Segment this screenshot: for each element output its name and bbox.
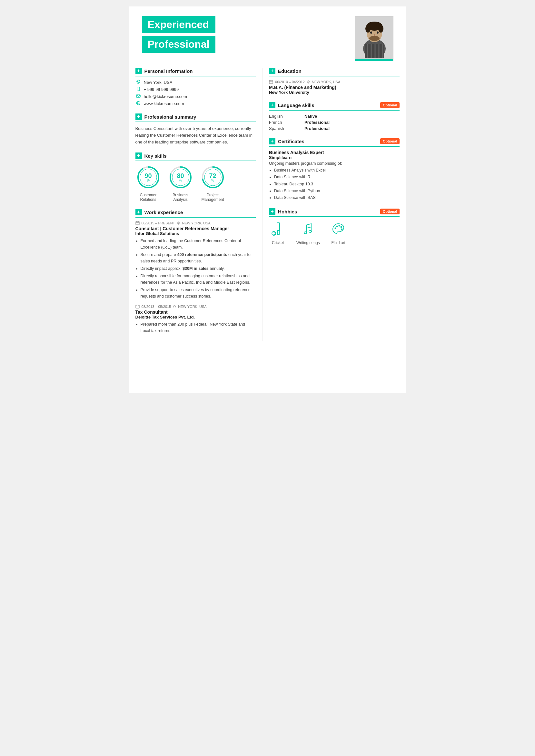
svg-point-18 <box>138 90 139 91</box>
location-icon <box>135 80 141 85</box>
left-column: + Personal Information New York, USA + 9… <box>135 68 263 341</box>
svg-point-54 <box>335 227 336 229</box>
work-company-2: Deloitte Tax Services Pvt. Ltd. <box>135 315 256 319</box>
svg-point-14 <box>377 32 379 34</box>
cert-bullet-4: Data Science with Python <box>274 188 400 194</box>
certificates-section: + Certificates Optional Business Analysi… <box>269 138 400 201</box>
svg-point-55 <box>336 225 338 227</box>
work-section: + Work experience 06/2015 – PRESENT NEW … <box>135 209 256 334</box>
hobby-cricket-label: Cricket <box>272 240 284 245</box>
work-bullet-1-2: Secure and prepare 400 reference partici… <box>141 252 256 264</box>
work-date-2: 08/2013 – 05/2015 <box>142 305 171 309</box>
skills-container: 90 % CustomerRelations <box>135 164 256 202</box>
work-title-2: Tax Consultant <box>135 310 256 315</box>
svg-point-57 <box>341 226 342 228</box>
education-section: + Education 06/2010 – 04/2012 NEW YORK, … <box>269 68 400 95</box>
edu-date-1: 06/2010 – 04/2012 <box>275 80 305 84</box>
lang-level-french: Professional <box>304 120 329 125</box>
svg-rect-47 <box>277 223 280 231</box>
summary-section-header: + Professional summary <box>135 114 256 122</box>
svg-point-15 <box>374 34 375 36</box>
svg-point-16 <box>137 81 139 83</box>
skill-item-customer: 90 % CustomerRelations <box>135 164 161 202</box>
hobbies-section-title: Hobbies <box>278 209 297 214</box>
work-title-1: Consultant | Customer References Manager <box>135 226 256 231</box>
skills-section-header: + Key skills <box>135 152 256 161</box>
summary-section-title: Professional summary <box>145 114 196 120</box>
education-section-header: + Education <box>269 68 400 76</box>
website-text: www.kickresume.com <box>144 101 184 106</box>
summary-text: Business Consultant with over 5 years of… <box>135 125 256 146</box>
resume-header: Experienced Professional <box>129 7 406 68</box>
svg-point-56 <box>339 225 340 226</box>
hobbies-optional-badge: Optional <box>380 208 400 214</box>
svg-point-53 <box>309 230 312 232</box>
cricket-icon <box>269 220 287 238</box>
work-location-1: NEW YORK, USA <box>182 221 210 225</box>
phone-text: + 999 99 999 9999 <box>144 87 179 92</box>
certificates-section-header: + Certificates Optional <box>269 138 400 147</box>
work-item-2: 08/2013 – 05/2015 NEW YORK, USA Tax Cons… <box>135 304 256 334</box>
language-section: + Language skills Optional English Nativ… <box>269 102 400 131</box>
work-location-2: NEW YORK, USA <box>178 305 206 309</box>
language-section-title: Language skills <box>278 102 314 108</box>
work-date-1: 06/2015 – PRESENT <box>142 221 175 225</box>
personal-section-title: Personal Information <box>145 68 193 74</box>
lang-name-english: English <box>269 114 295 119</box>
personal-plus-icon: + <box>135 68 142 74</box>
lang-row-spanish: Spanish Professional <box>269 126 400 131</box>
website-item: www.kickresume.com <box>135 101 256 106</box>
lang-row-french: French Professional <box>269 120 400 125</box>
language-optional-badge: Optional <box>380 102 400 108</box>
hobby-music: Writing songs <box>296 220 320 245</box>
work-bullet-2-1: Prepared more than 200 plus Federal, New… <box>141 321 256 334</box>
header-title-block: Experienced Professional <box>142 16 215 53</box>
lang-row-english: English Native <box>269 114 400 119</box>
work-meta-1: 06/2015 – PRESENT NEW YORK, USA <box>135 221 256 225</box>
svg-point-41 <box>174 306 175 307</box>
music-icon <box>299 220 317 238</box>
personal-section-header: + Personal Information <box>135 68 256 76</box>
svg-point-13 <box>370 32 372 34</box>
skill-circle-project: 72 % <box>200 164 226 190</box>
language-plus-icon: + <box>269 102 275 108</box>
skill-label-business: BusinessAnalysis <box>173 193 188 202</box>
edu-school-1: New York University <box>269 90 400 95</box>
edu-location-1: NEW YORK, USA <box>312 80 340 84</box>
hobby-music-label: Writing songs <box>296 240 320 245</box>
svg-rect-32 <box>136 222 139 225</box>
work-bullet-1-3: Directly impact approx. $30M in sales an… <box>141 265 256 272</box>
certificates-plus-icon: + <box>269 138 275 145</box>
title-line2: Professional <box>142 36 215 53</box>
lang-name-spanish: Spanish <box>269 126 295 131</box>
hobbies-section-header: + Hobbies Optional <box>269 208 400 217</box>
svg-point-36 <box>178 222 179 224</box>
cert-issuer: Simplilearn <box>269 155 400 160</box>
skills-plus-icon: + <box>135 152 142 159</box>
work-bullets-1: Formed and leading the Customer Referenc… <box>135 238 256 300</box>
skill-value-customer: 90 <box>145 173 152 179</box>
email-icon <box>135 94 141 99</box>
language-table: English Native French Professional Spani… <box>269 114 400 131</box>
profile-photo <box>355 16 393 61</box>
cert-title: Business Analysis Expert <box>269 150 400 155</box>
hobbies-plus-icon: + <box>269 208 275 215</box>
skills-section: + Key skills 90 <box>135 152 256 202</box>
skill-value-project: 72 <box>209 173 216 179</box>
skill-circle-customer: 90 % <box>135 164 161 190</box>
work-section-header: + Work experience <box>135 209 256 218</box>
lang-name-french: French <box>269 120 295 125</box>
cert-bullets: Business Analysis with Excel Data Scienc… <box>269 167 400 201</box>
skills-section-title: Key skills <box>145 153 167 159</box>
skill-circle-business: 80 % <box>168 164 193 190</box>
work-bullet-1-4: Directly responsible for managing custom… <box>141 273 256 285</box>
cert-bullet-2: Data Science with R <box>274 174 400 180</box>
certificates-section-title: Certificates <box>278 139 304 144</box>
email-item: hello@kickresume.com <box>135 94 256 99</box>
edu-degree-1: M.B.A. (Finance and Marketing) <box>269 85 400 90</box>
phone-item: + 999 99 999 9999 <box>135 87 256 92</box>
svg-point-52 <box>304 232 307 234</box>
education-plus-icon: + <box>269 68 275 74</box>
skill-value-business: 80 <box>177 173 184 179</box>
right-column: + Education 06/2010 – 04/2012 NEW YORK, … <box>262 68 400 341</box>
